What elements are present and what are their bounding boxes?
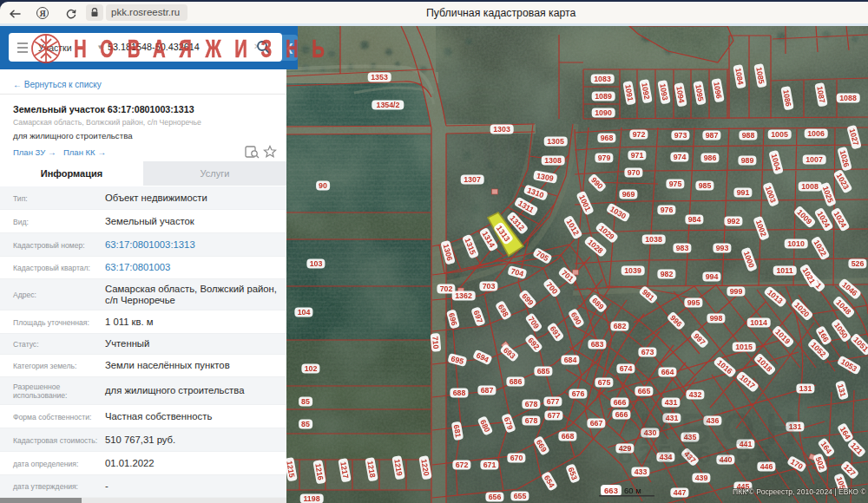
svg-text:447: 447 [674, 488, 687, 497]
svg-text:682: 682 [614, 322, 627, 330]
svg-text:1038: 1038 [645, 235, 662, 244]
svg-text:1089: 1089 [595, 92, 612, 101]
svg-text:1015: 1015 [735, 343, 753, 351]
svg-text:1090: 1090 [595, 108, 612, 117]
svg-text:684: 684 [564, 356, 577, 364]
svg-text:131: 131 [799, 384, 812, 393]
svg-text:433: 433 [635, 467, 648, 476]
svg-text:1308: 1308 [544, 156, 562, 165]
svg-text:1011: 1011 [776, 266, 792, 275]
svg-text:103: 103 [310, 259, 323, 268]
svg-text:1008: 1008 [801, 182, 819, 191]
svg-text:664: 664 [661, 368, 674, 376]
svg-text:ПКК © Росреестр, 2010-2024 | Е: ПКК © Росреестр, 2010-2024 | ЕВКО © Рос [733, 487, 868, 496]
svg-text:439: 439 [695, 474, 708, 482]
svg-text:432: 432 [689, 390, 702, 399]
svg-text:1083: 1083 [594, 75, 611, 83]
svg-text:973: 973 [674, 131, 687, 140]
svg-text:683: 683 [591, 340, 604, 349]
svg-text:1005: 1005 [771, 130, 788, 139]
svg-text:702: 702 [440, 284, 453, 293]
svg-text:969: 969 [622, 190, 635, 199]
svg-text:85: 85 [301, 397, 310, 406]
svg-text:82596965: 82596965 [618, 440, 775, 468]
svg-text:665: 665 [638, 387, 651, 395]
svg-text:674: 674 [620, 364, 633, 373]
svg-text:663: 663 [604, 486, 618, 495]
svg-text:988: 988 [742, 131, 755, 140]
svg-text:999: 999 [730, 287, 743, 296]
svg-text:671: 671 [483, 461, 496, 469]
svg-text:1014: 1014 [750, 318, 767, 327]
svg-text:976: 976 [661, 206, 674, 214]
svg-text:526: 526 [852, 259, 865, 268]
svg-text:987: 987 [706, 131, 719, 140]
svg-text:670: 670 [510, 454, 523, 462]
svg-text:982: 982 [661, 270, 674, 278]
svg-text:85: 85 [301, 420, 310, 428]
svg-text:687: 687 [481, 386, 494, 395]
svg-text:975: 975 [669, 180, 682, 188]
svg-text:968: 968 [601, 134, 614, 142]
svg-text:972: 972 [633, 130, 646, 139]
svg-text:1305: 1305 [547, 137, 564, 146]
svg-text:971: 971 [631, 151, 644, 160]
svg-text:986: 986 [704, 154, 717, 162]
svg-text:983: 983 [676, 244, 689, 252]
svg-text:1353: 1353 [371, 73, 388, 82]
svg-text:678: 678 [525, 400, 538, 408]
svg-text:991: 991 [737, 188, 750, 197]
svg-text:1010: 1010 [787, 239, 805, 248]
svg-text:90: 90 [319, 181, 327, 190]
svg-text:666: 666 [615, 410, 628, 419]
svg-text:672: 672 [456, 461, 469, 469]
svg-text:102: 102 [305, 364, 318, 373]
svg-text:667: 667 [590, 419, 603, 428]
svg-text:668: 668 [562, 432, 575, 441]
svg-text:1088: 1088 [839, 94, 857, 102]
svg-text:677: 677 [547, 397, 560, 406]
svg-text:676: 676 [572, 389, 585, 398]
svg-text:677: 677 [548, 411, 561, 420]
svg-text:995: 995 [687, 298, 700, 307]
svg-text:688: 688 [453, 389, 466, 397]
svg-text:104: 104 [298, 308, 311, 317]
svg-text:1303: 1303 [493, 125, 510, 134]
svg-text:989: 989 [741, 156, 754, 165]
svg-text:994: 994 [706, 272, 719, 281]
svg-text:979: 979 [598, 154, 611, 162]
svg-text:656: 656 [489, 493, 502, 501]
svg-text:673: 673 [641, 348, 654, 356]
svg-text:992: 992 [727, 217, 740, 225]
svg-text:1006: 1006 [807, 129, 825, 138]
svg-text:1362: 1362 [455, 291, 472, 300]
svg-text:685: 685 [537, 367, 550, 376]
svg-text:993: 993 [716, 244, 729, 252]
svg-text:1198: 1198 [303, 494, 319, 503]
svg-text:655: 655 [514, 492, 527, 500]
svg-text:985: 985 [699, 181, 712, 190]
svg-text:1307: 1307 [464, 175, 481, 184]
svg-text:666: 666 [614, 398, 627, 407]
svg-text:974: 974 [674, 153, 687, 161]
svg-text:678: 678 [525, 416, 538, 425]
svg-text:1354/2: 1354/2 [377, 101, 400, 109]
svg-text:703: 703 [483, 282, 496, 291]
svg-text:675: 675 [598, 378, 611, 387]
svg-text:1007: 1007 [806, 155, 823, 164]
svg-text:686: 686 [510, 377, 523, 386]
svg-text:1039: 1039 [624, 266, 641, 275]
svg-text:60 м: 60 м [624, 486, 641, 495]
svg-text:970: 970 [628, 168, 641, 177]
svg-text:984: 984 [688, 215, 701, 224]
svg-text:998: 998 [710, 314, 723, 323]
svg-text:710: 710 [431, 336, 440, 349]
